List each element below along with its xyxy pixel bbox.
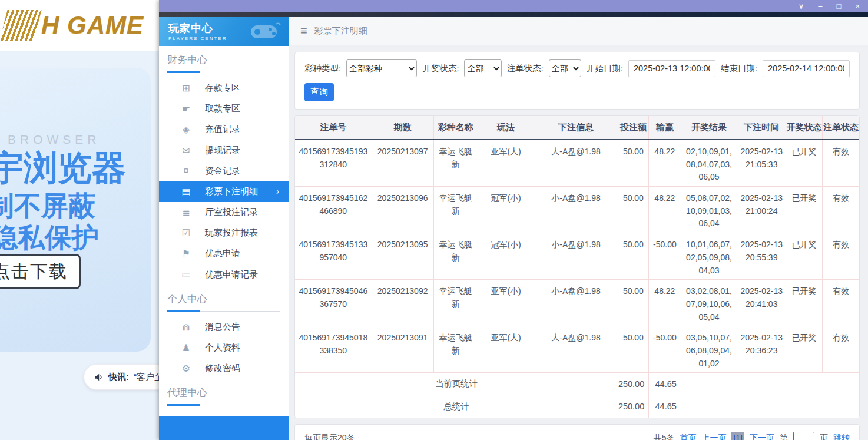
section-divider	[167, 404, 280, 405]
table-cell: 401569173945046367570	[295, 280, 372, 326]
table-cell: 大-A盘@1.98	[534, 140, 618, 187]
page-summary-empty	[681, 373, 859, 395]
table-cell: 50.00	[618, 140, 648, 187]
hamburger-icon[interactable]: ≡	[300, 24, 307, 38]
window-chevron-down-icon[interactable]: ∨	[799, 2, 804, 10]
pagination-bar: 每页显示20条 共5条 首页 上一页 [1] 下一页 第 页 跳转	[294, 424, 860, 440]
table-row: 40156917394516246689020250213096幸运飞艇新冠军(…	[295, 187, 859, 233]
ad-title: 宇浏览器	[0, 145, 126, 191]
order-status-select[interactable]: 全部	[549, 59, 581, 77]
download-button[interactable]: 点击下载	[0, 254, 81, 289]
lottery-bet-detail-icon: ▤	[180, 186, 192, 197]
sidebar-item-label: 取款专区	[205, 103, 240, 114]
section-title-personal: 个人中心	[159, 285, 289, 310]
sidebar-item-withdrawal-record[interactable]: ✉ 提现记录	[159, 140, 289, 160]
first-page-link[interactable]: 首页	[680, 433, 696, 440]
table-cell: 有效	[822, 140, 859, 187]
prev-page-link[interactable]: 上一页	[701, 433, 726, 440]
ad-slogan-line1: 制不屏蔽	[0, 188, 95, 224]
table-cell: 有效	[822, 187, 859, 233]
sidebar-item-deposit[interactable]: ⊞ 存款专区	[159, 78, 289, 98]
main-content: ≡ 彩票下注明细 彩种类型: 全部彩种 开奖状态: 全部	[289, 17, 868, 440]
sidebar-item-label: 彩票下注明细	[205, 186, 258, 197]
sidebar-item-messages[interactable]: ⋒ 消息公告	[159, 317, 289, 338]
jump-button[interactable]: 跳转	[833, 433, 850, 440]
table-cell: 20250213092	[372, 280, 433, 326]
bet-table-card: 注单号期数彩种名称玩法下注信息投注额输赢开奖结果下注时间开奖状态注单状态 401…	[294, 115, 860, 418]
window-maximize-icon[interactable]: □	[837, 2, 842, 10]
ad-subtitle: ERSE BROWSER	[0, 133, 101, 147]
table-cell: 50.00	[618, 326, 648, 373]
table-cell: 大-A盘@1.98	[534, 326, 618, 373]
column-header: 下注时间	[737, 116, 786, 140]
total-summary-winloss: 44.65	[648, 395, 681, 418]
table-cell: -50.00	[648, 233, 681, 280]
lottery-type-select[interactable]: 全部彩种	[346, 59, 417, 77]
page-jump-input[interactable]	[793, 432, 814, 440]
sidebar-item-promo-apply-record[interactable]: ≔ 优惠申请记录	[159, 264, 289, 285]
window-toolbar-strip	[159, 12, 868, 17]
table-cell: 已开奖	[786, 187, 823, 233]
window-titlebar: ∨ – □ ×	[159, 0, 868, 12]
table-cell: 冠军(小)	[478, 233, 534, 280]
table-cell: 48.22	[648, 280, 681, 326]
sidebar-item-recharge-record[interactable]: ◈ 充值记录	[159, 119, 289, 140]
end-date-input[interactable]	[763, 60, 850, 77]
sidebar-item-hall-bet-record[interactable]: ≣ 厅室投注记录	[159, 202, 289, 223]
start-date-input[interactable]	[628, 60, 715, 77]
current-page-indicator[interactable]: [1]	[731, 432, 744, 440]
player-bet-report-icon: ☑	[180, 227, 192, 239]
end-date-label: 结束日期:	[721, 63, 757, 74]
sidebar-item-profile[interactable]: ♟ 个人资料	[159, 338, 289, 358]
table-cell: 02,10,09,01,08,04,07,03,06,05	[681, 140, 737, 187]
hall-bet-record-icon: ≣	[180, 207, 192, 218]
table-header-row: 注单号期数彩种名称玩法下注信息投注额输赢开奖结果下注时间开奖状态注单状态	[295, 116, 859, 140]
table-cell: 03,02,08,01,07,09,10,06,05,04	[681, 280, 737, 326]
sidebar-item-label: 资金记录	[205, 166, 240, 177]
table-cell: 401569173945133957040	[295, 233, 372, 280]
summary-body: 当前页统计 250.00 44.65 总统计 250.00 44.65	[295, 373, 859, 418]
sidebar-item-label: 修改密码	[205, 363, 240, 374]
column-header: 玩法	[478, 116, 534, 140]
table-cell: 03,05,10,07,06,08,09,04,01,02	[681, 326, 737, 373]
window-minimize-icon[interactable]: –	[818, 2, 822, 10]
column-header: 投注额	[618, 116, 648, 140]
total-summary-row: 总统计 250.00 44.65	[295, 395, 859, 418]
total-summary-bet: 250.00	[618, 395, 648, 418]
speaker-icon	[94, 372, 104, 382]
sidebar-item-cutoff[interactable]	[159, 416, 289, 440]
sidebar-item-label: 充值记录	[205, 124, 240, 135]
page-summary-winloss: 44.65	[648, 373, 681, 395]
sidebar-item-change-password[interactable]: ⚙ 修改密码	[159, 358, 289, 379]
sidebar-item-promo-apply[interactable]: ⚑ 优惠申请	[159, 243, 289, 264]
table-row: 40156917394501833835020250213091幸运飞艇新亚军(…	[295, 326, 859, 373]
column-header: 彩种名称	[433, 116, 478, 140]
table-cell: 幸运飞艇新	[433, 326, 478, 373]
column-header: 期数	[372, 116, 433, 140]
background-site-header: H GAME	[0, 0, 165, 51]
table-cell: 小-A盘@1.98	[534, 187, 618, 233]
table-cell: 401569173945193312840	[295, 140, 372, 187]
total-summary-label: 总统计	[295, 395, 618, 418]
sidebar-item-player-bet-report[interactable]: ☑ 玩家投注报表	[159, 223, 289, 243]
column-header: 输赢	[648, 116, 681, 140]
draw-status-select[interactable]: 全部	[464, 59, 501, 77]
sidebar-item-withdraw[interactable]: ☛ 取款专区	[159, 98, 289, 119]
sidebar-item-lottery-bet-detail[interactable]: ▤ 彩票下注明细 ›	[159, 181, 289, 202]
table-cell: 有效	[822, 280, 859, 326]
next-page-link[interactable]: 下一页	[750, 433, 774, 440]
table-cell: 幸运飞艇新	[433, 140, 478, 187]
search-button[interactable]: 查询	[304, 83, 334, 101]
sidebar-item-label: 玩家投注报表	[205, 227, 258, 239]
table-cell: 48.22	[648, 140, 681, 187]
window-close-icon[interactable]: ×	[855, 2, 860, 10]
table-cell: 50.00	[618, 233, 648, 280]
draw-status-label: 开奖状态:	[422, 63, 459, 74]
sidebar-item-funds-record[interactable]: ¤ 资金记录	[159, 161, 289, 181]
sidebar-item-label: 存款专区	[205, 82, 240, 94]
sidebar: 玩家中心 PLAYERS CENTER 财务中心 ⊞ 存款专区	[159, 17, 289, 440]
column-header: 注单号	[295, 116, 372, 140]
funds-record-icon: ¤	[180, 166, 192, 176]
browser-ad-card: ERSE BROWSER 宇浏览器 制不屏蔽 隐私保护 点击下载	[0, 68, 151, 352]
total-summary-empty	[681, 395, 859, 418]
